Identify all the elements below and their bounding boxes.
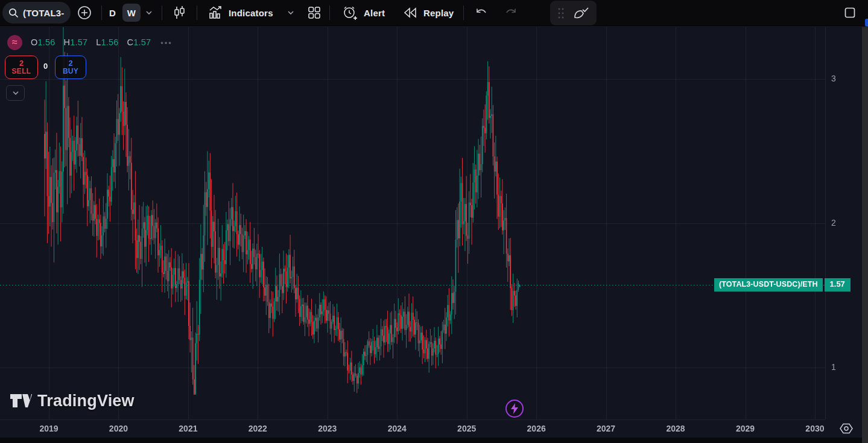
last-price-label: (TOTAL3-USDT-USDC)/ETH 1.57 xyxy=(714,278,851,292)
time-axis-label: 2030 xyxy=(805,424,824,433)
last-price-symbol: (TOTAL3-USDT-USDC)/ETH xyxy=(714,278,823,292)
axis-settings-button[interactable] xyxy=(839,421,854,436)
favorite-drawing-tool-icon[interactable] xyxy=(572,5,589,21)
replay-rewind-icon xyxy=(402,5,418,21)
tradingview-mark-icon xyxy=(10,391,32,410)
lightning-bolt-icon xyxy=(510,403,519,414)
search-icon xyxy=(8,8,19,18)
fullscreen-icon xyxy=(844,7,856,19)
sell-count: 2 xyxy=(19,59,24,68)
chart-type-button[interactable] xyxy=(171,0,187,25)
alert-button[interactable]: Alert xyxy=(341,0,385,25)
sell-button[interactable]: 2 SELL xyxy=(5,56,38,79)
settings-hexagon-icon xyxy=(839,421,854,436)
redo-arrow-icon xyxy=(503,5,518,21)
time-axis-label: 2021 xyxy=(179,424,197,433)
top-toolbar: (TOTAL3- D W Indicator xyxy=(0,0,868,26)
undo-button[interactable] xyxy=(474,0,489,25)
time-axis-label: 2023 xyxy=(318,424,337,433)
price-axis-label: 3 xyxy=(831,74,836,83)
price-axis-label: 2 xyxy=(831,218,836,228)
time-axis-label: 2026 xyxy=(527,424,546,433)
time-axis-label: 2019 xyxy=(39,424,58,433)
undo-arrow-icon xyxy=(474,5,489,21)
quick-trade-lightning-button[interactable] xyxy=(505,400,524,418)
interval-week-button[interactable]: W xyxy=(122,4,141,22)
chevron-down-icon xyxy=(286,8,296,18)
price-axis-label: 1 xyxy=(831,362,836,372)
collapse-legend-button[interactable] xyxy=(6,85,25,101)
right-panel-accent xyxy=(865,19,868,27)
tradingview-chart-window: (TOTAL3- D W Indicator xyxy=(0,0,868,443)
toolbar-divider xyxy=(197,5,197,20)
symbol-search-text: (TOTAL3- xyxy=(23,8,65,18)
time-axis-label: 2022 xyxy=(249,424,267,433)
buy-count: 2 xyxy=(68,59,72,68)
alert-label: Alert xyxy=(364,8,385,18)
symbol-search-button[interactable]: (TOTAL3- xyxy=(2,2,71,24)
last-price-value: 1.57 xyxy=(825,278,851,292)
candlestick-style-icon xyxy=(171,5,187,21)
time-axis[interactable]: 2019202020212022202320242025202620272028… xyxy=(0,419,825,438)
layout-button[interactable] xyxy=(306,0,322,25)
alert-clock-icon xyxy=(341,5,358,21)
chevron-down-icon xyxy=(11,89,20,97)
plus-circle-icon xyxy=(77,5,92,20)
legend-open: O1.56 xyxy=(31,37,55,47)
grid-layout-icon xyxy=(306,5,322,21)
interval-menu-button[interactable] xyxy=(144,0,154,25)
legend-more-button[interactable]: ••• xyxy=(160,38,173,47)
favorite-drawings-panel xyxy=(550,1,597,25)
indicators-button[interactable]: Indicators xyxy=(207,0,273,25)
buy-label: BUY xyxy=(63,68,78,75)
fullscreen-button[interactable] xyxy=(844,0,856,25)
time-axis-label: 2025 xyxy=(457,424,476,433)
time-axis-label: 2024 xyxy=(388,424,407,433)
chart-legend[interactable]: ≈ O1.56 H1.57 L1.56 C1.57 ••• xyxy=(7,34,173,50)
time-axis-label: 2029 xyxy=(736,424,755,433)
redo-button[interactable] xyxy=(503,0,518,25)
buy-button[interactable]: 2 BUY xyxy=(55,56,86,79)
drag-handle-icon[interactable] xyxy=(557,7,565,19)
symbol-source-icon: ≈ xyxy=(7,35,22,50)
indicators-icon xyxy=(207,5,223,21)
toolbar-divider xyxy=(162,5,162,20)
time-axis-label: 2020 xyxy=(109,424,128,433)
time-axis-label: 2028 xyxy=(666,424,685,433)
position-quantity: 0 xyxy=(43,62,48,71)
window-bottom-edge xyxy=(0,438,868,443)
toolbar-divider xyxy=(463,5,464,20)
replay-button[interactable]: Replay xyxy=(402,0,454,25)
toolbar-divider xyxy=(101,5,102,20)
toolbar-divider xyxy=(329,5,330,20)
chevron-down-icon xyxy=(144,8,154,18)
time-axis-label: 2027 xyxy=(597,424,615,433)
interval-day-label: D xyxy=(109,8,116,18)
price-axis[interactable]: 321 xyxy=(825,27,862,419)
candlestick-chart[interactable] xyxy=(0,0,868,443)
legend-close: C1.57 xyxy=(127,37,151,47)
indicators-label: Indicators xyxy=(229,8,273,18)
tradingview-logo[interactable]: TradingView xyxy=(10,391,135,410)
legend-high: H1.57 xyxy=(64,37,88,47)
legend-low: L1.56 xyxy=(96,37,118,47)
interval-week-label: W xyxy=(127,8,136,18)
tradingview-logo-text: TradingView xyxy=(37,392,135,410)
interval-day-button[interactable]: D xyxy=(109,0,116,25)
indicators-menu-button[interactable] xyxy=(286,0,296,25)
compare-add-button[interactable] xyxy=(77,0,92,25)
sell-label: SELL xyxy=(12,68,31,75)
replay-label: Replay xyxy=(423,8,454,18)
right-panel-edge[interactable] xyxy=(862,27,868,443)
